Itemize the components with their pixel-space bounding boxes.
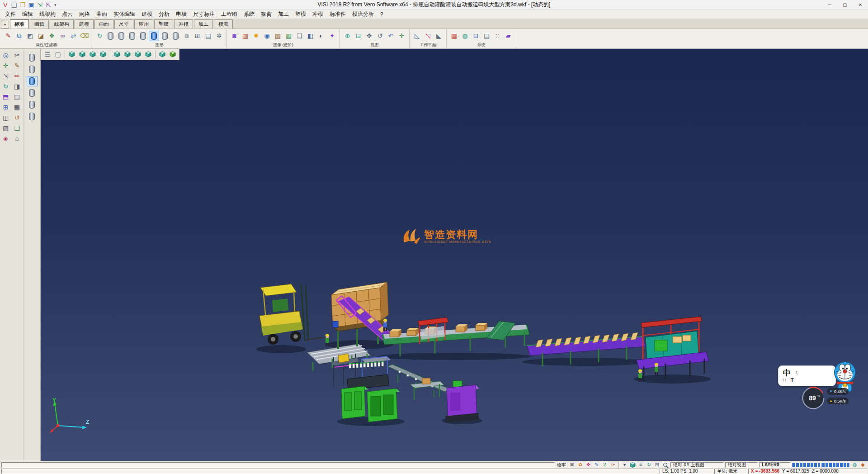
download-speed-chip[interactable]: ▼ 0.4K/s [827,388,849,395]
camera-icon[interactable]: ◉ [262,31,272,41]
texture-icon[interactable]: ▨ [273,31,283,41]
zoom-fit-icon[interactable]: ⊕ [342,31,353,41]
tab-9[interactable]: 冲模 [174,19,193,28]
battery-widget[interactable]: 89 % [802,386,825,410]
capture-icon[interactable]: ▣ [568,462,576,468]
shade-active-icon[interactable] [149,31,159,41]
menu-item-16[interactable]: 塑模 [292,10,309,19]
view-left-icon[interactable] [123,50,132,59]
rotate-tool-icon[interactable]: ↻ [0,81,11,91]
qat-more-icon[interactable]: ▾ [52,3,58,7]
window-tool-icon[interactable]: ◫ [0,113,11,123]
status-marker-icon[interactable]: ◆ [859,462,867,468]
reset-filter-icon[interactable]: ⌫ [79,31,90,41]
scene-palletizer[interactable] [637,317,709,381]
export-icon[interactable]: ⇱ [44,1,52,9]
snap-dropdown-icon[interactable]: ▾ [621,462,628,468]
menu-item-10[interactable]: 电极 [173,10,190,19]
pan-icon[interactable]: ✥ [364,31,374,41]
profile-icon[interactable]: 2 [601,462,609,468]
menu-item-19[interactable]: 模流分析 [349,10,377,19]
workplane-icon[interactable]: ◺ [412,31,422,41]
menu-item-15[interactable]: 加工 [275,10,292,19]
hatch-icon[interactable]: ▤ [203,31,213,41]
tab-10[interactable]: 加工 [194,19,213,28]
scene-icon[interactable]: ▦ [283,31,294,41]
search-icon[interactable] [661,462,669,468]
display-settings-icon[interactable]: ✲ [214,31,224,41]
measure-tool-icon[interactable]: ◈ [0,133,11,143]
swap-filter-icon[interactable]: ⇄ [68,31,79,41]
view-iso-icon[interactable] [67,50,77,59]
transparent-icon[interactable] [170,31,181,41]
scene-purple-machine[interactable] [445,381,479,423]
menu-item-18[interactable]: 标准件 [326,10,349,19]
effects-icon[interactable]: ✦ [327,31,337,41]
scene-bottle-conveyor[interactable] [388,365,449,397]
palette-icon[interactable]: ❖ [585,462,592,468]
menu-item-14[interactable]: 视窗 [258,10,275,19]
keyboard-icon[interactable]: ∷ [783,378,786,383]
menu-item-17[interactable]: 冲模 [309,10,326,19]
color-filter-icon[interactable]: ◪ [36,31,46,41]
visi-logo[interactable]: V [1,1,9,9]
home-tool-icon[interactable]: ⌂ [12,133,22,143]
mirror-tool-icon[interactable]: ◨ [12,81,22,91]
hatch-tool-icon[interactable]: ▤ [12,92,22,102]
scene-green-cabinets[interactable] [341,386,400,422]
move-tool-icon[interactable]: ⇲ [0,71,11,81]
menu-item-12[interactable]: 工程图 [218,10,241,19]
sketch-tool-icon[interactable]: ✎ [12,61,22,71]
filter-slot-1-icon[interactable] [27,52,38,63]
view-front-icon[interactable] [88,50,98,59]
close-button[interactable]: ✕ [853,0,868,9]
snap-lock-label[interactable]: 栓牢 [556,462,567,468]
element-filter-icon[interactable]: ❖ [47,31,57,41]
rotate-view-icon[interactable]: ↺ [375,31,385,41]
minimize-button[interactable]: ─ [822,0,837,9]
refresh-icon[interactable]: ↻ [645,462,653,468]
workplane-view-icon[interactable]: ◣ [434,31,444,41]
tab-11[interactable]: 模流 [214,19,233,28]
trim-tool-icon[interactable]: ✂ [12,50,22,60]
point-tool-icon[interactable]: ✛ [0,61,11,71]
scene-3d[interactable] [41,49,868,461]
grid-toggle-icon[interactable]: ⊞ [653,462,661,468]
select-tool-icon[interactable]: ◎ [0,50,11,60]
view-right-icon[interactable] [98,50,108,59]
chain-filter-icon[interactable]: ∞ [57,31,68,41]
redraw-icon[interactable]: ↻ [94,31,105,41]
matrix-icon[interactable]: ∷ [492,31,503,41]
attribute-edit-icon[interactable]: ✎ [3,31,14,41]
skin-icon[interactable]: T [791,378,794,383]
pen-tool-icon[interactable]: ✏ [12,71,22,81]
background-icon[interactable]: ◧ [305,31,316,41]
doc-tool-icon[interactable]: ❑ [12,123,22,133]
view-top-icon[interactable] [77,50,87,59]
grid-tool-icon[interactable]: ⊞ [0,102,11,112]
grid-icon[interactable]: ⊞ [192,31,203,41]
menu-item-11[interactable]: 尺寸标注 [190,10,218,19]
previous-view-icon[interactable]: ↶ [386,31,396,41]
tab-1[interactable]: 标准 [10,19,29,28]
tab-7[interactable]: 应用 [134,19,153,28]
filter-slot-3-icon[interactable] [27,76,38,86]
menu-item-9[interactable]: 分析 [156,10,173,19]
import-icon[interactable]: ⇲ [36,1,44,9]
brush-icon[interactable]: ✑ [609,462,617,468]
view-bottom-icon[interactable] [133,50,143,59]
wireframe-icon[interactable] [138,31,148,41]
view-ref-field[interactable]: 绝对视图 [725,462,758,468]
dynamic-rotate-icon[interactable]: ✛ [396,31,407,41]
zoom-window-icon[interactable]: ⊡ [353,31,363,41]
database-icon[interactable]: ▤ [481,31,492,41]
menu-item-5[interactable]: 网格 [76,10,93,19]
menu-item-2[interactable]: 编辑 [19,10,36,19]
attribute-copy-icon[interactable]: ⧉ [14,31,24,41]
menu-item-13[interactable]: 系统 [241,10,258,19]
view-blank-icon[interactable]: ▢ [53,50,63,59]
ime-mode-label[interactable]: 中 [783,369,791,377]
layer-filter-icon[interactable]: ◩ [25,31,35,41]
filter-slot-2-icon[interactable] [27,64,38,75]
shade-flat-icon[interactable] [105,31,116,41]
